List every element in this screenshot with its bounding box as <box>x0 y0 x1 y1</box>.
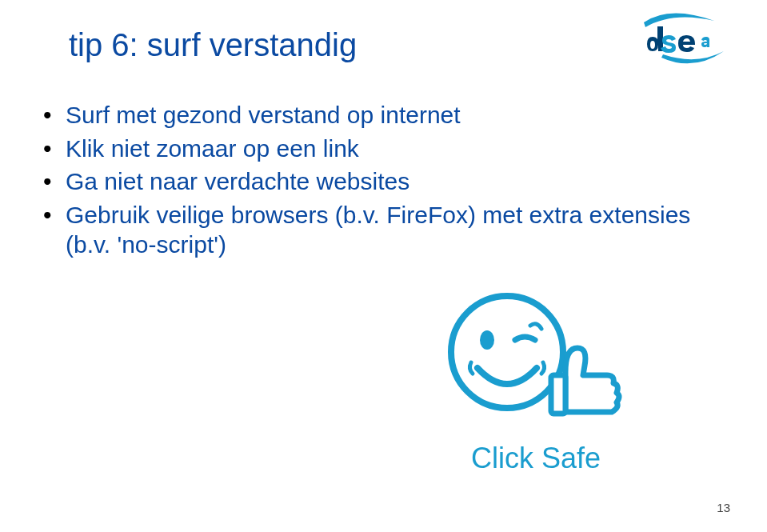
svg-point-1 <box>480 330 494 350</box>
bullet-item: Gebruik veilige browsers (b.v. FireFox) … <box>43 200 719 260</box>
dse-logo <box>637 10 727 72</box>
bullet-item: Ga niet naar verdachte websites <box>43 166 719 197</box>
svg-rect-2 <box>551 375 565 414</box>
bullet-item: Klik niet zomaar op een link <box>43 134 719 164</box>
click-safe-label: Click Safe <box>471 442 601 474</box>
slide-title: tip 6: surf verstandig <box>69 27 719 63</box>
bullet-item: Surf met gezond verstand op internet <box>43 100 719 130</box>
click-safe-illustration: Click Safe <box>407 276 655 484</box>
page-number: 13 <box>717 501 730 514</box>
bullet-list: Surf met gezond verstand op internet Kli… <box>43 100 719 260</box>
slide: tip 6: surf verstandig Surf met gezond v… <box>0 0 767 532</box>
svg-point-0 <box>451 296 563 408</box>
